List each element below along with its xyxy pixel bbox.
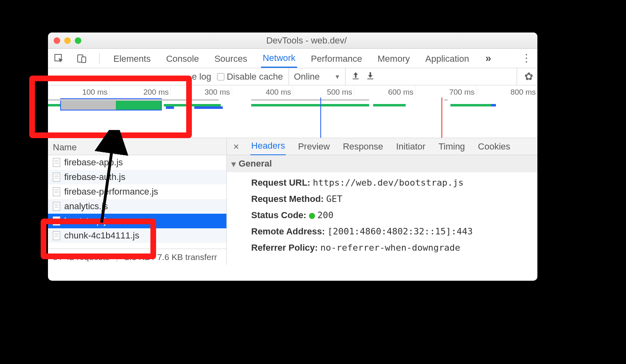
svg-line-5 xyxy=(102,136,114,223)
tick: 400 ms xyxy=(232,85,293,98)
tick: 300 ms xyxy=(170,85,232,98)
detail-tab-initiator[interactable]: Initiator xyxy=(396,138,426,155)
file-icon xyxy=(53,187,60,196)
disable-cache-checkbox[interactable]: Disable cache xyxy=(217,72,283,82)
headers-section-general[interactable]: ▶General xyxy=(227,155,537,172)
detail-tab-preview[interactable]: Preview xyxy=(297,138,330,155)
section-title: General xyxy=(239,158,272,169)
upload-har-icon[interactable] xyxy=(351,71,360,82)
traffic-lights xyxy=(54,37,81,44)
close-details-button[interactable]: × xyxy=(233,141,239,152)
tab-application[interactable]: Application xyxy=(424,50,471,67)
status-bar: 8 / 42 requests | 2.3 KB / 7.6 KB transf… xyxy=(48,249,226,265)
throttling-value: Online xyxy=(294,72,320,82)
svg-rect-3 xyxy=(353,78,359,79)
disclosure-icon: ▶ xyxy=(231,162,237,167)
minimize-icon[interactable] xyxy=(64,37,71,44)
panel-tabs: Elements Console Sources Network Perform… xyxy=(48,49,537,68)
annotation-arrow-icon xyxy=(73,130,138,228)
tick: 200 ms xyxy=(109,85,171,98)
zoom-icon[interactable] xyxy=(75,37,81,44)
device-toggle-icon[interactable] xyxy=(76,53,87,64)
tab-performance[interactable]: Performance xyxy=(309,50,364,67)
file-icon xyxy=(53,202,60,211)
network-toolbar: e log Disable cache Online ▼ ✿ xyxy=(48,68,537,85)
close-icon[interactable] xyxy=(54,37,60,44)
status-requests: 8 / 42 requests xyxy=(53,252,109,262)
tabs-overflow-icon[interactable]: » xyxy=(485,52,491,65)
tab-network[interactable]: Network xyxy=(261,49,297,68)
kv-row: Request Method: GET xyxy=(251,191,537,207)
overview-bars xyxy=(48,102,537,110)
throttling-select[interactable]: Online ▼ xyxy=(289,68,346,85)
status-transfer: 2.3 KB / 7.6 KB transferr xyxy=(124,252,217,262)
kv-row: Remote Address: [2001:4860:4802:32::15]:… xyxy=(251,223,537,240)
tab-console[interactable]: Console xyxy=(165,50,201,67)
file-icon xyxy=(53,158,60,167)
dropdown-icon: ▼ xyxy=(335,73,341,80)
file-icon xyxy=(53,173,60,182)
tab-memory[interactable]: Memory xyxy=(376,50,411,67)
download-har-icon[interactable] xyxy=(366,71,375,82)
disable-cache-label: Disable cache xyxy=(227,72,283,82)
inspect-icon[interactable] xyxy=(54,53,64,64)
tick: 800 ms xyxy=(476,85,538,98)
detail-tab-headers[interactable]: Headers xyxy=(250,137,286,156)
svg-rect-4 xyxy=(367,78,374,79)
kv-row: Referrer Policy: no-referrer-when-downgr… xyxy=(251,240,537,256)
tab-sources[interactable]: Sources xyxy=(213,50,249,67)
detail-tab-response[interactable]: Response xyxy=(342,138,384,155)
kv-row: Status Code: 200 xyxy=(251,207,537,223)
request-name: chunk-4c1b4111.js xyxy=(64,230,139,241)
dom-content-line xyxy=(320,98,321,138)
detail-tab-timing[interactable]: Timing xyxy=(438,138,466,155)
request-row[interactable]: chunk-4c1b4111.js xyxy=(48,228,226,243)
kv-row: Request URL: https://web.dev/bootstrap.j… xyxy=(251,175,537,191)
request-details: ▶General Request URL: https://web.dev/bo… xyxy=(227,155,537,265)
settings-menu-icon[interactable]: ⋮ xyxy=(521,52,532,65)
file-icon xyxy=(53,231,60,240)
status-dot-icon xyxy=(309,213,315,219)
window-title: DevTools - web.dev/ xyxy=(81,35,532,46)
tick: 500 ms xyxy=(293,85,354,98)
tick: 100 ms xyxy=(48,85,109,98)
titlebar: DevTools - web.dev/ xyxy=(48,32,537,49)
detail-tab-cookies[interactable]: Cookies xyxy=(477,138,511,155)
load-line xyxy=(441,98,442,138)
preserve-log-label: e log xyxy=(192,72,211,82)
tab-elements[interactable]: Elements xyxy=(112,50,152,67)
svg-rect-2 xyxy=(82,57,86,63)
tick: 700 ms xyxy=(415,85,476,98)
tick: 600 ms xyxy=(354,85,415,98)
file-icon xyxy=(53,217,60,225)
network-settings-icon[interactable]: ✿ xyxy=(517,68,533,85)
